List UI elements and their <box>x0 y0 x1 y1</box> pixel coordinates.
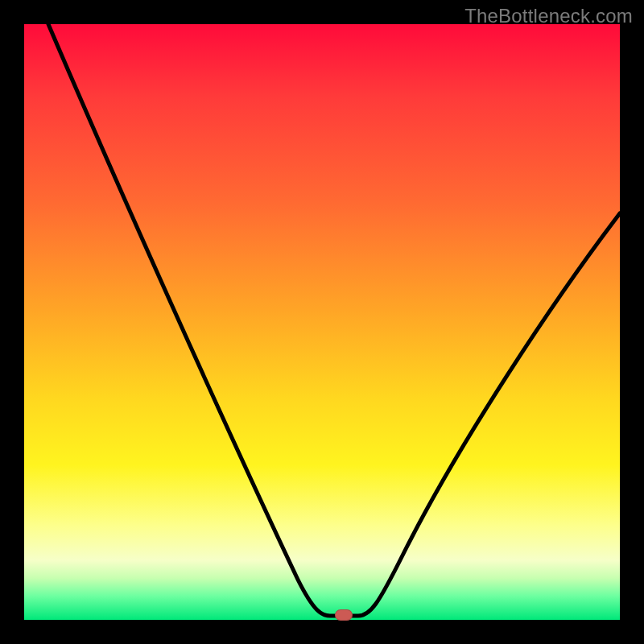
bottleneck-curve <box>24 24 620 620</box>
chart-frame: TheBottleneck.com <box>0 0 644 644</box>
optimal-point-marker <box>335 609 353 621</box>
plot-area <box>24 24 620 620</box>
